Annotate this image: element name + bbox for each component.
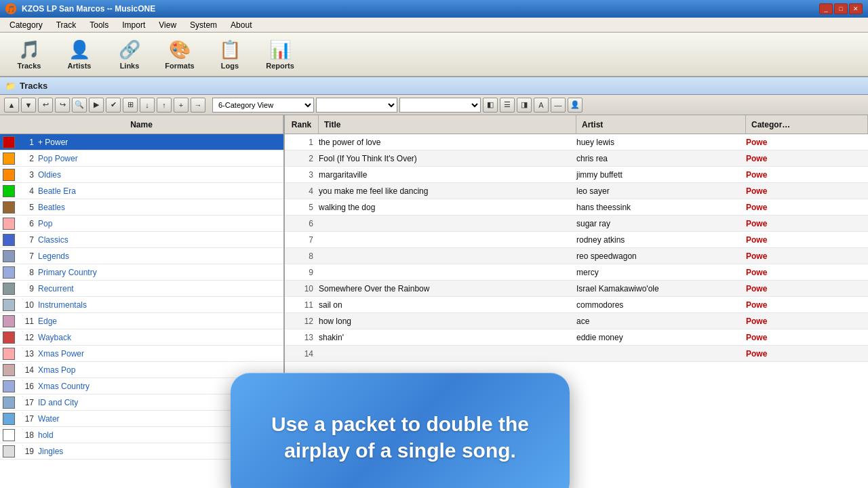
- text-button[interactable]: A: [534, 98, 549, 113]
- category-color-swatch: [3, 283, 15, 295]
- arrow-right-button[interactable]: →: [191, 98, 205, 113]
- list-item[interactable]: 6Pop: [0, 216, 283, 232]
- table-row[interactable]: 4you make me feel like dancingleo sayerP…: [285, 183, 868, 199]
- table-row[interactable]: 10Somewhere Over the RainbowIsrael Kamak…: [285, 281, 868, 297]
- rank-column-header[interactable]: Rank: [285, 115, 319, 134]
- table-row[interactable]: 14Powe: [285, 346, 868, 362]
- list-item[interactable]: 9Recurrent: [0, 281, 283, 297]
- category-color-swatch: [3, 299, 15, 311]
- tracks-button[interactable]: 🎵 Tracks: [5, 35, 53, 74]
- menu-import[interactable]: Import: [115, 19, 152, 31]
- category-name: Instrumentals: [38, 300, 283, 310]
- artists-button[interactable]: 👤 Artists: [56, 35, 103, 74]
- list-item[interactable]: 10Instrumentals: [0, 297, 283, 313]
- track-artist: huey lewis: [576, 138, 746, 147]
- track-artist: sugar ray: [576, 219, 746, 228]
- list-item[interactable]: 7Legends: [0, 248, 283, 264]
- maximize-button[interactable]: □: [834, 3, 848, 14]
- category-name: Pop Power: [38, 154, 283, 163]
- search-button[interactable]: 🔍: [72, 98, 87, 113]
- formats-button[interactable]: 🎨 Formats: [156, 35, 203, 74]
- menu-bar: Category Track Tools Import View System …: [0, 18, 868, 33]
- menu-tools[interactable]: Tools: [83, 19, 115, 31]
- name-column-header[interactable]: Name: [0, 115, 283, 134]
- category-name: Edge: [38, 317, 283, 326]
- close-button[interactable]: ✕: [849, 3, 863, 14]
- title-column-header[interactable]: Title: [319, 115, 576, 134]
- links-label: Links: [120, 62, 140, 70]
- table-row[interactable]: 2Fool (If You Think It's Over)chris reaP…: [285, 150, 868, 167]
- check-button[interactable]: ✔: [106, 98, 121, 113]
- logs-button[interactable]: 📋 Logs: [206, 35, 254, 74]
- track-title: walking the dog: [319, 203, 576, 212]
- track-title: shakin': [319, 333, 576, 342]
- list-item[interactable]: 4Beatle Era: [0, 183, 283, 199]
- sort-down-button[interactable]: ↓: [140, 98, 155, 113]
- category-number: 7: [18, 235, 38, 245]
- play-button[interactable]: ▶: [89, 98, 104, 113]
- category-column-header[interactable]: Categor…: [746, 115, 868, 134]
- list-item[interactable]: 1+ Power: [0, 134, 283, 150]
- list-item[interactable]: 12Wayback: [0, 329, 283, 346]
- track-artist: eddie money: [576, 333, 746, 342]
- grid-button[interactable]: ⊞: [123, 98, 138, 113]
- app-icon: 🎵: [5, 3, 16, 14]
- track-rank: 13: [285, 333, 319, 342]
- list-item[interactable]: 13Xmas Power: [0, 346, 283, 362]
- category-number: 13: [18, 349, 38, 359]
- category-number: 9: [18, 284, 38, 293]
- track-artist: ace: [576, 317, 746, 326]
- reports-label: Reports: [266, 62, 294, 70]
- list-item[interactable]: 11Edge: [0, 313, 283, 329]
- list-item[interactable]: 2Pop Power: [0, 150, 283, 167]
- align-left-button[interactable]: ◧: [483, 98, 498, 113]
- tracks-label: Tracks: [18, 62, 41, 70]
- menu-track[interactable]: Track: [50, 19, 83, 31]
- line-button[interactable]: —: [551, 98, 566, 113]
- sort-up-button[interactable]: ↑: [157, 98, 172, 113]
- track-category: Powe: [746, 251, 868, 261]
- table-row[interactable]: 12how longacePowe: [285, 313, 868, 329]
- table-row[interactable]: 1the power of lovehuey lewisPowe: [285, 134, 868, 150]
- filter-select[interactable]: [316, 98, 397, 113]
- undo-button[interactable]: ↩: [38, 98, 53, 113]
- table-row[interactable]: 8reo speedwagonPowe: [285, 248, 868, 264]
- sort-select[interactable]: [399, 98, 481, 113]
- align-center-button[interactable]: ☰: [500, 98, 515, 113]
- nav-down-button[interactable]: ▼: [21, 98, 36, 113]
- menu-category[interactable]: Category: [3, 19, 50, 31]
- user-button[interactable]: 👤: [568, 98, 583, 113]
- list-item[interactable]: 8Primary Country: [0, 264, 283, 281]
- align-right-button[interactable]: ◨: [517, 98, 532, 113]
- track-title: the power of love: [319, 138, 576, 147]
- table-row[interactable]: 6sugar rayPowe: [285, 216, 868, 232]
- category-number: 10: [18, 300, 38, 310]
- track-artist: reo speedwagon: [576, 251, 746, 261]
- list-item[interactable]: 7Classics: [0, 232, 283, 248]
- table-row[interactable]: 11sail oncommodoresPowe: [285, 297, 868, 313]
- table-row[interactable]: 7rodney atkinsPowe: [285, 232, 868, 248]
- table-row[interactable]: 5walking the doghans theessinkPowe: [285, 199, 868, 216]
- add-button[interactable]: +: [174, 98, 189, 113]
- minimize-button[interactable]: _: [819, 3, 833, 14]
- artist-column-header[interactable]: Artist: [576, 115, 746, 134]
- category-number: 7: [18, 251, 38, 261]
- list-item[interactable]: 3Oldies: [0, 167, 283, 183]
- category-name: Legends: [38, 251, 283, 261]
- reports-button[interactable]: 📊 Reports: [256, 35, 304, 74]
- menu-system[interactable]: System: [183, 19, 224, 31]
- table-row[interactable]: 13shakin'eddie moneyPowe: [285, 329, 868, 346]
- links-button[interactable]: 🔗 Links: [106, 35, 153, 74]
- category-color-swatch: [3, 152, 15, 165]
- title-bar-controls: _ □ ✕: [819, 3, 863, 14]
- menu-about[interactable]: About: [224, 19, 258, 31]
- links-icon: 🔗: [119, 39, 140, 60]
- redo-button[interactable]: ↪: [55, 98, 70, 113]
- view-select[interactable]: 6-Category View 5-Category View 4-Catego…: [212, 98, 314, 113]
- category-number: 11: [18, 317, 38, 326]
- menu-view[interactable]: View: [152, 19, 183, 31]
- table-row[interactable]: 9mercyPowe: [285, 264, 868, 281]
- list-item[interactable]: 5Beatles: [0, 199, 283, 216]
- nav-up-button[interactable]: ▲: [4, 98, 19, 113]
- table-row[interactable]: 3margaritavillejimmy buffettPowe: [285, 167, 868, 183]
